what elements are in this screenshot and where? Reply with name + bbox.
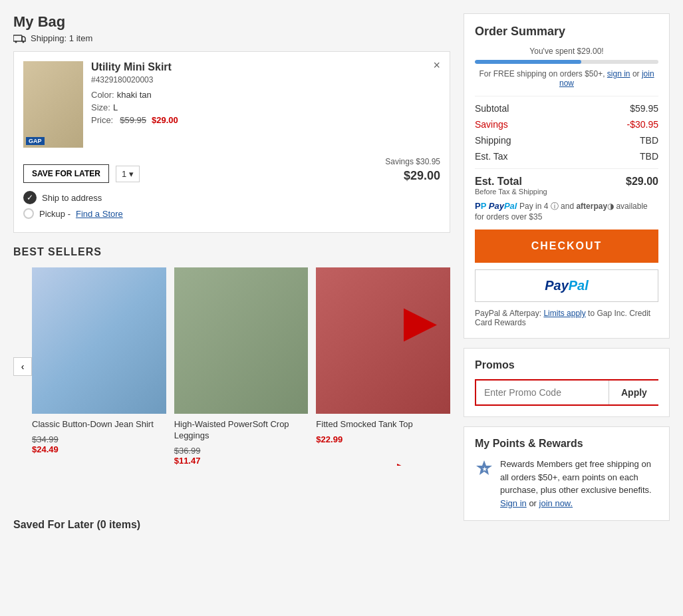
quantity-selector[interactable]: 1 ▾ (116, 166, 140, 182)
carousel-prev-button[interactable]: ‹ (13, 357, 32, 376)
progress-text: You've spent $29.00! (475, 47, 658, 56)
rewards-box: My Points & Rewards ★ Rewards Members ge… (464, 426, 670, 521)
best-sellers-title: BEST SELLERS (13, 246, 450, 258)
svg-text:★: ★ (482, 466, 487, 472)
est-total-sub: Before Tax & Shipping (475, 188, 547, 196)
product-card[interactable]: Classic Button-Down Jean Shirt $34.99 $2… (32, 267, 166, 466)
sale-price: $29.00 (152, 115, 178, 125)
product-card[interactable]: Fitted Smocked Tank Top $22.99 (316, 267, 450, 466)
pickup-option[interactable]: Pickup - Find a Store (23, 208, 440, 219)
product-image-leggings (174, 267, 309, 414)
item-sku: #4329180020003 (91, 75, 440, 84)
item-name: Utility Mini Skirt (91, 61, 440, 73)
savings-text: Savings $30.95 (385, 157, 440, 166)
find-store-link[interactable]: Find a Store (76, 209, 123, 219)
sign-in-link[interactable]: sign in (607, 69, 630, 78)
checked-icon (23, 191, 37, 204)
saved-for-later-section: Saved For Later (0 items) (13, 519, 450, 531)
est-total-row: Est. Total Before Tax & Shipping $29.00 (475, 176, 658, 196)
item-price: Price: $59.95 $29.00 (91, 115, 440, 125)
est-total-label: Est. Total (475, 176, 547, 188)
rewards-sign-in-link[interactable]: Sign in (500, 498, 527, 508)
subtotal-row: Subtotal $59.95 (475, 103, 658, 114)
shipping-row: Shipping TBD (475, 135, 658, 146)
best-sellers-carousel: ‹ Classic Button-Down Jean Shirt $34.99 … (13, 267, 450, 466)
rewards-star-icon: ★ (475, 459, 493, 478)
product-prices-1: $34.99 $24.49 (32, 434, 166, 454)
rewards-join-now-link[interactable]: join now. (539, 498, 573, 508)
apply-promo-button[interactable]: Apply (609, 381, 659, 404)
progress-bar (475, 60, 658, 64)
promo-code-input[interactable] (476, 381, 609, 404)
item-image: GAP (23, 61, 83, 148)
red-arrow-icon (404, 302, 450, 349)
item-size: Size:L (91, 102, 440, 112)
savings-row: Savings -$30.95 (475, 119, 658, 130)
svg-rect-0 (13, 35, 22, 41)
product-image-jeanshirt (32, 267, 166, 414)
checkout-button[interactable]: CHECKOUT (475, 230, 658, 263)
promo-input-row: Apply (475, 379, 658, 406)
product-prices-3: $22.99 (316, 434, 450, 444)
svg-point-2 (23, 41, 25, 43)
est-total-value: $29.00 (626, 176, 658, 196)
remove-item-button[interactable]: × (433, 59, 440, 73)
ship-to-address-label: Ship to address (42, 193, 102, 203)
paypal-button[interactable]: PayPal (475, 269, 658, 302)
est-tax-row: Est. Tax TBD (475, 151, 658, 162)
order-summary-title: Order Summary (475, 25, 658, 39)
cart-item: × GAP Utility Mini Skirt #4329180020003 … (13, 51, 450, 233)
pickup-label: Pickup - (39, 209, 70, 219)
pickup-radio[interactable] (23, 208, 34, 219)
product-name-1: Classic Button-Down Jean Shirt (32, 419, 166, 430)
red-arrow-2-icon (397, 457, 450, 466)
svg-marker-4 (397, 464, 434, 466)
product-prices-2: $36.99 $11.47 (174, 446, 309, 466)
product-card[interactable]: High-Waisted PowerSoft Crop Leggings $36… (174, 267, 309, 466)
products-row: Classic Button-Down Jean Shirt $34.99 $2… (32, 267, 450, 466)
paypal-info: PP PayPal Pay in 4 ⓘ and afterpay◑ avail… (475, 201, 658, 222)
paypal-limits-text: PayPal & Afterpay: Limits apply to Gap I… (475, 309, 658, 327)
paypal-logo: PP PayPal (475, 201, 519, 211)
fulfillment-options: Ship to address Pickup - Find a Store (23, 191, 440, 219)
item-color: Color:khaki tan (91, 90, 440, 100)
rewards-content: ★ Rewards Members get free shipping on a… (475, 458, 658, 510)
product-image-tanktop (316, 267, 450, 414)
rewards-title: My Points & Rewards (475, 438, 658, 450)
promos-title: Promos (475, 359, 658, 371)
shipping-icon (13, 34, 27, 43)
free-shipping-message: For FREE shipping on orders $50+, sign i… (475, 69, 658, 88)
promos-box: Promos Apply (464, 348, 670, 417)
gap-badge: GAP (26, 137, 45, 145)
my-bag-title: My Bag (13, 13, 450, 31)
rewards-description: Rewards Members get free shipping on all… (500, 458, 658, 510)
progress-bar-fill (475, 60, 581, 64)
shipping-info: Shipping: 1 item (13, 33, 450, 43)
paypal-button-text: PayPal (545, 278, 589, 293)
order-summary-box: Order Summary You've spent $29.00! For F… (464, 13, 670, 339)
svg-marker-3 (404, 309, 437, 342)
save-for-later-button[interactable]: SAVE FOR LATER (23, 164, 109, 183)
product-name-2: High-Waisted PowerSoft Crop Leggings (174, 419, 309, 442)
product-name-3: Fitted Smocked Tank Top (316, 419, 450, 430)
original-price: $59.95 (120, 115, 146, 125)
ship-to-address-option[interactable]: Ship to address (23, 191, 440, 204)
progress-section: You've spent $29.00! For FREE shipping o… (475, 47, 658, 88)
item-total: $29.00 (385, 169, 440, 183)
svg-point-1 (15, 41, 17, 43)
limits-apply-link[interactable]: Limits apply (543, 309, 585, 318)
